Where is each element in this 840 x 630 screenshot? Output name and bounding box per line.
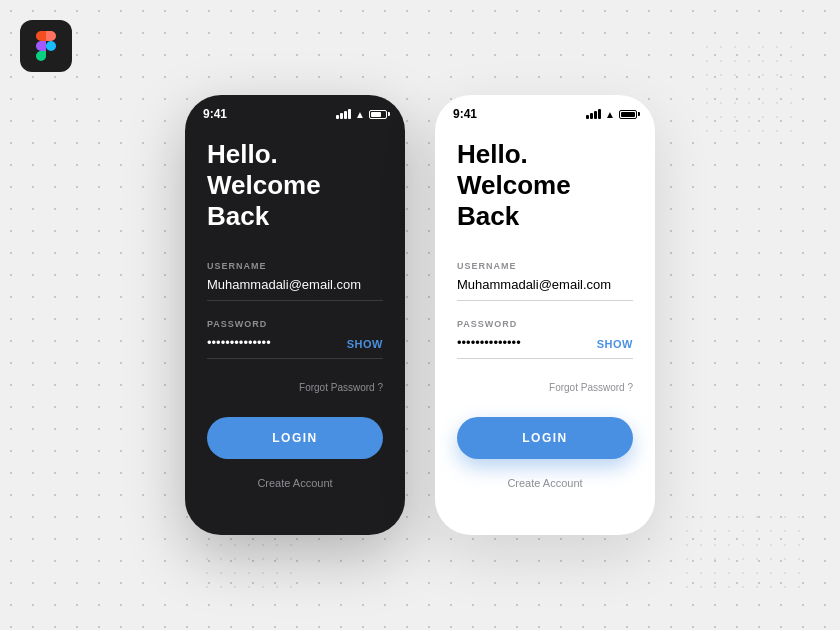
dots-decoration-top-right	[700, 40, 800, 140]
light-welcome-text: Hello. Welcome Back	[457, 139, 633, 233]
dark-username-group: USERNAME Muhammadali@email.com	[207, 261, 383, 301]
dark-phone: 9:41 ▲ Hello. Welcome Back US	[185, 95, 405, 535]
light-status-time: 9:41	[453, 107, 477, 121]
dark-username-label: USERNAME	[207, 261, 383, 271]
dark-welcome-text: Hello. Welcome Back	[207, 139, 383, 233]
light-username-input[interactable]: Muhammadali@email.com	[457, 277, 633, 301]
light-forgot-password: Forgot Password ?	[457, 377, 633, 395]
dark-password-group: PASSWORD •••••••••••••• SHOW	[207, 319, 383, 359]
light-wifi-icon: ▲	[605, 109, 615, 120]
dark-status-bar: 9:41 ▲	[185, 95, 405, 125]
dark-welcome-line1: Hello.	[207, 139, 278, 169]
light-password-group: PASSWORD •••••••••••••• SHOW	[457, 319, 633, 359]
dark-create-account-text[interactable]: Create Account	[257, 477, 332, 489]
light-username-group: USERNAME Muhammadali@email.com	[457, 261, 633, 301]
dark-create-account: Create Account	[207, 473, 383, 491]
figma-logo	[20, 20, 72, 72]
light-create-account: Create Account	[457, 473, 633, 491]
dots-decoration-bottom-right	[680, 510, 800, 590]
light-username-label: USERNAME	[457, 261, 633, 271]
light-phone: 9:41 ▲ Hello. Welcome Back US	[435, 95, 655, 535]
light-password-row: •••••••••••••• SHOW	[457, 335, 633, 359]
light-show-button[interactable]: SHOW	[597, 338, 633, 350]
light-phone-content: Hello. Welcome Back USERNAME Muhammadali…	[435, 125, 655, 511]
dark-welcome-line2: Welcome Back	[207, 170, 321, 231]
dark-signal-icon	[336, 109, 351, 119]
dark-status-icons: ▲	[336, 109, 387, 120]
light-username-value: Muhammadali@email.com	[457, 277, 611, 292]
dark-show-button[interactable]: SHOW	[347, 338, 383, 350]
dark-forgot-password: Forgot Password ?	[207, 377, 383, 395]
dark-username-value: Muhammadali@email.com	[207, 277, 361, 292]
dark-phone-content: Hello. Welcome Back USERNAME Muhammadali…	[185, 125, 405, 511]
light-welcome-line2: Welcome Back	[457, 170, 571, 231]
light-battery-icon	[619, 110, 637, 119]
dark-status-time: 9:41	[203, 107, 227, 121]
dark-username-input[interactable]: Muhammadali@email.com	[207, 277, 383, 301]
dark-wifi-icon: ▲	[355, 109, 365, 120]
dark-password-row: •••••••••••••• SHOW	[207, 335, 383, 359]
light-status-bar: 9:41 ▲	[435, 95, 655, 125]
dark-password-value: ••••••••••••••	[207, 335, 271, 350]
light-signal-icon	[586, 109, 601, 119]
phones-container: 9:41 ▲ Hello. Welcome Back US	[185, 95, 655, 535]
light-forgot-password-text[interactable]: Forgot Password ?	[549, 382, 633, 393]
light-login-button[interactable]: LOGIN	[457, 417, 633, 459]
dark-password-label: PASSWORD	[207, 319, 383, 329]
light-welcome-line1: Hello.	[457, 139, 528, 169]
light-password-label: PASSWORD	[457, 319, 633, 329]
dark-battery-icon	[369, 110, 387, 119]
light-status-icons: ▲	[586, 109, 637, 120]
light-create-account-text[interactable]: Create Account	[507, 477, 582, 489]
dark-login-button[interactable]: LOGIN	[207, 417, 383, 459]
light-password-value: ••••••••••••••	[457, 335, 521, 350]
dark-forgot-password-text[interactable]: Forgot Password ?	[299, 382, 383, 393]
